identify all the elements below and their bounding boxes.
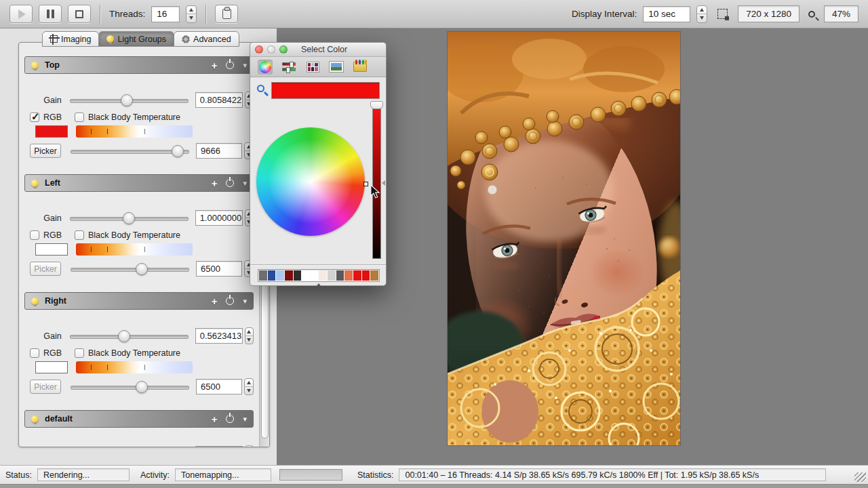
crayons-mode-button[interactable] bbox=[353, 60, 368, 75]
slider-thumb[interactable] bbox=[136, 263, 148, 275]
group-header-default[interactable]: default + ▾ bbox=[24, 410, 254, 428]
gain-value-field[interactable]: 0.8058422 bbox=[195, 92, 243, 108]
group-header-left[interactable]: Left + ▾ bbox=[24, 174, 254, 192]
temperature-value-field[interactable]: 6500 bbox=[196, 261, 242, 277]
window-bottom-edge bbox=[0, 484, 868, 488]
toolbar-divider bbox=[205, 5, 206, 24]
slider-thumb[interactable] bbox=[123, 212, 135, 224]
power-toggle-icon[interactable] bbox=[226, 61, 234, 69]
gain-slider[interactable] bbox=[70, 447, 189, 448]
temperature-slider[interactable] bbox=[71, 380, 189, 394]
temperature-slider[interactable] bbox=[71, 144, 189, 158]
color-swatch[interactable] bbox=[370, 270, 378, 281]
picker-button[interactable]: Picker bbox=[30, 144, 61, 158]
color-swatch[interactable] bbox=[319, 270, 327, 281]
fit-to-window-icon[interactable] bbox=[717, 9, 728, 19]
blackbody-gradient-bar[interactable] bbox=[76, 243, 193, 256]
chevron-down-icon[interactable]: ▾ bbox=[243, 62, 247, 69]
threads-stepper[interactable] bbox=[186, 5, 197, 23]
rgb-checkbox[interactable] bbox=[30, 113, 39, 122]
slider-thumb[interactable] bbox=[172, 145, 184, 157]
group-header-right[interactable]: Right + ▾ bbox=[24, 292, 254, 310]
copy-button[interactable] bbox=[215, 5, 238, 23]
brightness-slider[interactable] bbox=[372, 103, 381, 259]
zoom-loupe-icon[interactable] bbox=[808, 11, 815, 18]
display-interval-input[interactable]: 10 sec bbox=[643, 6, 690, 22]
blackbody-checkbox[interactable] bbox=[75, 113, 84, 122]
gain-stepper[interactable] bbox=[245, 327, 254, 344]
temperature-value-field[interactable]: 9666 bbox=[196, 143, 242, 159]
chevron-down-icon[interactable]: ▾ bbox=[243, 415, 247, 423]
picker-button[interactable]: Picker bbox=[30, 380, 61, 394]
swatch-drawer-arrow-icon[interactable] bbox=[316, 283, 321, 287]
palettes-mode-button[interactable] bbox=[305, 60, 320, 75]
gain-value-field[interactable]: 1.0000000 bbox=[195, 446, 243, 447]
play-button[interactable] bbox=[9, 5, 33, 23]
loupe-picker-icon[interactable] bbox=[257, 85, 264, 92]
brightness-slider-handle[interactable] bbox=[370, 101, 383, 109]
power-toggle-icon[interactable] bbox=[226, 415, 234, 423]
wheel-selection-marker[interactable] bbox=[363, 182, 368, 186]
color-swatch[interactable] bbox=[311, 270, 319, 281]
picker-button[interactable]: Picker bbox=[30, 262, 61, 276]
color-swatch[interactable] bbox=[302, 270, 310, 281]
tab-imaging[interactable]: Imaging bbox=[42, 31, 99, 47]
rgb-checkbox[interactable] bbox=[30, 230, 39, 240]
zoom-window-icon[interactable] bbox=[279, 45, 288, 54]
dialog-titlebar[interactable]: Select Color bbox=[250, 43, 386, 57]
chevron-down-icon[interactable]: ▾ bbox=[243, 298, 247, 305]
temperature-value-field[interactable]: 6500 bbox=[196, 379, 242, 394]
color-swatch[interactable] bbox=[268, 270, 276, 281]
threads-input[interactable]: 16 bbox=[151, 6, 180, 22]
color-swatch[interactable] bbox=[285, 270, 293, 281]
stop-button[interactable] bbox=[68, 5, 91, 23]
gain-slider[interactable] bbox=[70, 94, 189, 107]
color-swatch[interactable] bbox=[294, 270, 302, 281]
clipboard-icon bbox=[222, 9, 231, 19]
image-mode-button[interactable] bbox=[329, 60, 344, 75]
gain-stepper[interactable] bbox=[245, 445, 254, 447]
color-swatch[interactable] bbox=[336, 270, 344, 281]
display-interval-stepper[interactable] bbox=[696, 5, 707, 23]
slider-thumb[interactable] bbox=[136, 381, 148, 393]
blackbody-checkbox[interactable] bbox=[75, 230, 84, 240]
color-swatch[interactable] bbox=[353, 270, 361, 281]
color-swatch[interactable] bbox=[344, 270, 353, 281]
resize-grip[interactable] bbox=[854, 472, 866, 482]
chevron-down-icon[interactable]: ▾ bbox=[243, 180, 247, 187]
group-color-swatch[interactable] bbox=[35, 125, 68, 138]
add-light-group-icon[interactable]: + bbox=[212, 296, 218, 306]
color-swatch[interactable] bbox=[276, 270, 284, 281]
rgb-checkbox[interactable] bbox=[30, 348, 39, 358]
slider-thumb[interactable] bbox=[118, 330, 130, 342]
gain-slider[interactable] bbox=[70, 211, 189, 225]
blackbody-gradient-bar[interactable] bbox=[76, 361, 193, 373]
blackbody-gradient-bar[interactable] bbox=[76, 125, 193, 138]
group-color-swatch[interactable] bbox=[35, 243, 68, 256]
pause-button[interactable] bbox=[39, 5, 62, 23]
group-header-top[interactable]: Top + ▾ bbox=[24, 56, 254, 74]
group-color-swatch[interactable] bbox=[35, 361, 68, 373]
gain-slider[interactable] bbox=[70, 329, 189, 343]
color-wheel-mode-button[interactable] bbox=[258, 60, 273, 75]
blackbody-checkbox[interactable] bbox=[75, 348, 84, 358]
color-swatch[interactable] bbox=[362, 270, 370, 281]
temperature-stepper[interactable] bbox=[244, 378, 254, 395]
add-light-group-icon[interactable]: + bbox=[212, 414, 218, 424]
temperature-slider[interactable] bbox=[71, 262, 189, 276]
sliders-mode-button[interactable] bbox=[281, 60, 296, 75]
add-light-group-icon[interactable]: + bbox=[212, 60, 218, 70]
power-toggle-icon[interactable] bbox=[226, 179, 234, 187]
close-window-icon[interactable] bbox=[255, 45, 263, 54]
color-swatch[interactable] bbox=[328, 270, 336, 281]
add-light-group-icon[interactable]: + bbox=[212, 178, 218, 188]
power-toggle-icon[interactable] bbox=[226, 297, 234, 305]
minimize-window-icon[interactable] bbox=[267, 45, 275, 54]
tab-advanced[interactable]: Advanced bbox=[174, 31, 239, 47]
slider-thumb[interactable] bbox=[121, 94, 133, 106]
color-wheel[interactable] bbox=[256, 127, 365, 236]
gain-value-field[interactable]: 1.0000000 bbox=[195, 210, 243, 226]
tab-light-groups[interactable]: Light Groups bbox=[98, 31, 174, 47]
color-swatch[interactable] bbox=[259, 270, 267, 281]
gain-value-field[interactable]: 0.5623413 bbox=[195, 328, 243, 344]
